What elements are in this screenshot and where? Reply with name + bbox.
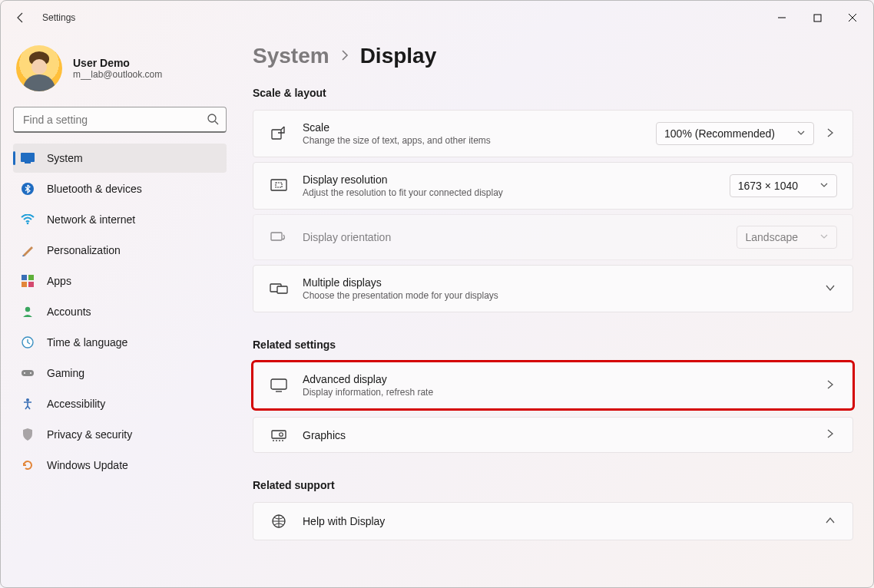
collapse-chevron[interactable] <box>823 515 837 528</box>
sidebar-item-bluetooth[interactable]: Bluetooth & devices <box>13 174 227 203</box>
search-input[interactable] <box>13 107 227 133</box>
nav-chevron[interactable] <box>823 428 837 441</box>
card-multiple-displays[interactable]: Multiple displays Choose the presentatio… <box>253 265 853 312</box>
svg-rect-3 <box>25 162 31 164</box>
scale-dropdown[interactable]: 100% (Recommended) <box>656 122 814 145</box>
sidebar-item-personalization[interactable]: Personalization <box>13 236 227 265</box>
sidebar-item-system[interactable]: System <box>13 144 227 173</box>
svg-point-10 <box>25 307 30 312</box>
card-title: Help with Display <box>303 515 823 527</box>
maximize-button[interactable] <box>800 5 835 30</box>
card-title: Scale <box>303 121 656 134</box>
back-button[interactable] <box>4 1 38 35</box>
titlebar: Settings <box>1 1 873 35</box>
card-title: Multiple displays <box>303 276 823 289</box>
svg-rect-17 <box>271 180 286 190</box>
card-title: Display orientation <box>303 231 737 243</box>
chevron-right-icon <box>339 49 351 64</box>
clock-icon <box>21 335 35 349</box>
svg-rect-9 <box>28 282 34 287</box>
section-related-title: Related settings <box>253 339 853 351</box>
card-scale[interactable]: Scale Change the size of text, apps, and… <box>253 110 853 157</box>
sidebar-item-network[interactable]: Network & internet <box>13 205 227 234</box>
settings-window: Settings User Demo m__lab@outlook.com <box>0 0 874 588</box>
app-title: Settings <box>42 12 75 23</box>
nav-chevron[interactable] <box>823 379 837 392</box>
card-resolution[interactable]: Display resolution Adjust the resolution… <box>253 162 853 210</box>
section-scale-layout-title: Scale & layout <box>253 87 853 99</box>
wifi-icon <box>21 213 35 226</box>
sidebar-item-label: Privacy & security <box>47 428 132 441</box>
avatar <box>16 45 62 91</box>
svg-point-5 <box>27 223 29 225</box>
card-subtitle: Change the size of text, apps, and other… <box>303 135 656 146</box>
chevron-down-icon <box>796 127 806 140</box>
card-title: Graphics <box>303 429 823 441</box>
svg-rect-2 <box>21 153 35 162</box>
chevron-down-icon <box>819 231 829 243</box>
user-name: User Demo <box>73 57 162 69</box>
update-icon <box>21 458 35 472</box>
search-icon <box>207 113 219 127</box>
user-email: m__lab@outlook.com <box>73 69 162 80</box>
sidebar-item-privacy[interactable]: Privacy & security <box>13 420 227 449</box>
monitor-icon <box>269 378 289 392</box>
card-subtitle: Adjust the resolution to fit your connec… <box>303 187 730 198</box>
sidebar-item-label: Gaming <box>47 367 84 379</box>
sidebar-item-apps[interactable]: Apps <box>13 266 227 296</box>
expand-chevron[interactable] <box>823 127 837 140</box>
shield-icon <box>21 428 35 441</box>
sidebar-item-time-language[interactable]: Time & language <box>13 328 227 357</box>
sidebar-item-accessibility[interactable]: Accessibility <box>13 389 227 418</box>
main-panel: System Display Scale & layout Scale Chan… <box>239 35 873 587</box>
card-graphics[interactable]: Graphics <box>253 417 853 453</box>
accessibility-icon <box>21 397 35 411</box>
sidebar-item-label: Bluetooth & devices <box>47 183 142 195</box>
chevron-down-icon <box>819 180 829 192</box>
resolution-icon <box>269 179 289 193</box>
sidebar-item-label: Accounts <box>47 306 91 318</box>
breadcrumb-parent[interactable]: System <box>253 44 329 68</box>
card-advanced-display[interactable]: Advanced display Display information, re… <box>253 362 853 409</box>
globe-icon <box>269 514 289 529</box>
graphics-icon <box>269 429 289 441</box>
resolution-dropdown[interactable]: 1673 × 1040 <box>730 174 837 197</box>
svg-point-13 <box>24 372 25 374</box>
svg-rect-8 <box>22 282 27 287</box>
apps-icon <box>21 274 35 288</box>
sidebar-item-update[interactable]: Windows Update <box>13 451 227 480</box>
expand-chevron[interactable] <box>823 282 837 296</box>
dropdown-value: 1673 × 1040 <box>738 180 798 192</box>
svg-rect-18 <box>276 183 282 187</box>
user-block[interactable]: User Demo m__lab@outlook.com <box>13 41 227 102</box>
sidebar-item-accounts[interactable]: Accounts <box>13 297 227 326</box>
sidebar-item-label: Accessibility <box>47 398 105 410</box>
sidebar-item-gaming[interactable]: Gaming <box>13 358 227 388</box>
multiple-displays-icon <box>269 282 289 296</box>
brush-icon <box>21 243 35 257</box>
sidebar-item-label: Windows Update <box>47 459 128 471</box>
close-button[interactable] <box>835 5 870 30</box>
card-subtitle: Display information, refresh rate <box>303 387 823 398</box>
svg-point-14 <box>30 372 31 374</box>
card-title: Advanced display <box>303 373 823 385</box>
card-orientation: Display orientation Landscape <box>253 214 853 260</box>
svg-rect-22 <box>271 379 286 389</box>
svg-rect-21 <box>277 286 287 293</box>
minimize-button[interactable] <box>764 5 800 30</box>
card-help[interactable]: Help with Display <box>253 502 853 540</box>
sidebar-item-label: Personalization <box>47 244 121 256</box>
sidebar: User Demo m__lab@outlook.com System Blue… <box>1 35 239 587</box>
system-icon <box>21 151 35 165</box>
person-icon <box>21 305 35 319</box>
gamepad-icon <box>21 366 35 380</box>
card-title: Display resolution <box>303 173 730 186</box>
sidebar-item-label: Time & language <box>47 336 127 349</box>
svg-point-24 <box>280 432 283 436</box>
svg-rect-7 <box>28 275 34 280</box>
svg-rect-0 <box>814 15 821 21</box>
orientation-icon <box>269 230 289 244</box>
card-subtitle: Choose the presentation mode for your di… <box>303 290 823 301</box>
bluetooth-icon <box>21 182 35 196</box>
svg-rect-12 <box>22 370 34 376</box>
